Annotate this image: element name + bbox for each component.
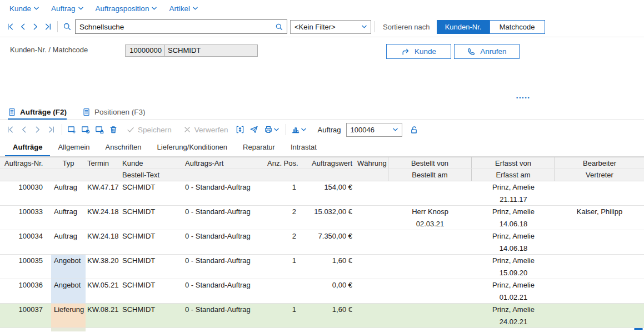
search-box [75,19,287,34]
cell-bestellt [388,279,472,303]
chevron-down-icon [152,7,157,10]
divider [62,124,62,135]
cell-erfasst: Prinz, Amelie01.02.21 [472,279,555,303]
divider [57,21,58,32]
kunde-button[interactable]: Kunde [386,44,451,59]
subtab-auftraege[interactable]: Aufträge [5,139,50,156]
row-details-icon [236,125,244,134]
col-termin[interactable]: Termin [86,157,120,169]
table-row-selected[interactable]: 100037 Lieferung KW.08.21 SCHMIDT 0 - St… [0,304,644,328]
cell-auftrags-art: 0 - Standard-Auftrag [183,181,267,205]
col-erfasst-am[interactable]: Erfasst am [472,169,555,181]
nav-prev-button[interactable] [16,20,29,33]
cell-auftrags-art: 0 - Standard-Auftrag [183,230,267,254]
col-auftrags-art[interactable]: Auftrags-Art [183,157,267,169]
record-nav-next-button[interactable] [31,123,44,136]
cell-kunde: SCHMIDT [120,230,183,254]
table-row[interactable]: 100034 Auftrag KW.24.18 SCHMIDT 0 - Stan… [0,230,644,255]
nav-first-icon [6,125,14,134]
kunden-nr-field[interactable]: 10000000 [125,44,165,57]
delete-record-icon [109,125,118,134]
col-bearbeiter[interactable]: Bearbeiter [555,157,644,169]
menu-kunde[interactable]: Kunde [9,4,39,13]
tab-bar: Aufträge (F2) Positionen (F3) [0,106,644,120]
cell-anz-pos: 1 [267,255,299,279]
anrufen-button[interactable]: Anrufen [454,44,520,59]
record-toolbar: Speichern Verwerfen Auftrag 100046 [0,120,644,139]
refresh-record-icon [81,125,90,134]
refresh-record-button[interactable] [79,123,92,136]
cell-anz-pos: 2 [267,230,299,254]
col-kunde[interactable]: Kunde [120,157,183,169]
scrollbar-thumb[interactable] [634,328,643,330]
col-typ[interactable]: Typ [51,157,86,169]
nav-last-button[interactable] [42,20,54,33]
delete-record-button[interactable] [107,123,119,136]
col-bestellt-am[interactable]: Bestellt am [388,169,472,181]
auftrag-number-select[interactable]: 100046 [346,123,402,137]
nav-next-button[interactable] [29,20,42,33]
cell-erfasst: Prinz, Amelie14.06.18 [472,206,555,230]
table-row[interactable]: 100033 Auftrag KW.24.18 SCHMIDT 0 - Stan… [0,206,644,230]
cell-termin: KW.24.18 [86,206,120,230]
cell-anz-pos: 1 [267,181,299,205]
cell-typ: Angebot [51,279,86,303]
menu-auftragsposition[interactable]: Auftragsposition [96,4,157,13]
cell-bestellt [388,181,472,205]
chevron-down-icon [393,128,398,131]
tab-positionen[interactable]: Positionen (F3) [82,106,146,120]
table-row[interactable]: 100030 Auftrag KW.47.17 SCHMIDT 0 - Stan… [0,181,644,206]
send-button[interactable] [248,123,261,136]
add-record-icon [67,125,76,134]
record-nav-first-button[interactable] [3,123,16,136]
cell-erfasst: Prinz, Amelie21.11.17 [472,181,555,205]
nav-first-button[interactable] [3,20,16,33]
sort-kunden-nr-button[interactable]: Kunden-Nr. [437,20,490,34]
menu-auftrag[interactable]: Auftrag [51,4,83,13]
table-row[interactable]: 100035 Angebot KW.38.20 SCHMIDT 0 - Stan… [0,255,644,279]
cell-termin: KW.47.17 [86,181,120,205]
subtab-allgemein[interactable]: Allgemein [50,139,97,156]
cell-typ: Auftrag [51,230,86,254]
sort-matchcode-button[interactable]: Matchcode [490,20,545,34]
post-record-button[interactable] [93,123,106,136]
add-record-button[interactable] [65,123,78,136]
splitter-grip[interactable]: ••••• [516,95,531,101]
col-waehrung[interactable]: Währung [355,157,388,169]
cell-auftrags-nr: 100036 [0,279,51,303]
subtab-intrastat[interactable]: Intrastat [283,139,325,156]
subtab-anschriften[interactable]: Anschriften [98,139,149,156]
cell-auftragswert: 1,60 € [299,255,355,279]
search-input[interactable] [76,23,275,31]
search-button[interactable] [61,20,73,33]
app-window: Kunde Auftrag Auftragsposition Artikel <… [0,0,644,332]
menubar: Kunde Auftrag Auftragsposition Artikel [0,0,644,17]
discard-button[interactable]: Verwerfen [183,125,228,134]
tab-auftraege[interactable]: Aufträge (F2) [8,106,67,120]
row-details-button[interactable] [234,123,247,136]
chart-menu-button[interactable] [289,123,309,136]
subtab-lieferung-konditionen[interactable]: Lieferung/Konditionen [149,139,236,156]
record-nav-last-button[interactable] [45,123,58,136]
subtab-bar: Aufträge Allgemein Anschriften Lieferung… [0,139,644,157]
menu-artikel[interactable]: Artikel [169,4,198,13]
col-vertreter[interactable]: Vertreter [555,169,644,181]
search-icon [63,22,72,31]
cell-typ: Auftrag [51,181,86,205]
divider [374,21,375,32]
col-auftrags-nr[interactable]: Auftrags-Nr. [0,157,51,169]
col-bestell-text[interactable]: Bestell-Text [120,169,183,181]
col-auftragswert[interactable]: Auftragswert [299,157,355,169]
table-row[interactable]: 100036 Angebot KW.05.21 SCHMIDT 0 - Stan… [0,279,644,304]
subtab-reparatur[interactable]: Reparatur [235,139,283,156]
record-nav-prev-button[interactable] [17,123,30,136]
save-button[interactable]: Speichern [126,125,172,134]
col-bestellt-von[interactable]: Bestellt von [388,157,472,169]
col-anz-pos[interactable]: Anz. Pos. [267,157,299,169]
matchcode-field[interactable]: SCHMIDT [164,44,258,57]
print-menu-button[interactable] [262,123,282,136]
lock-button[interactable] [408,123,421,136]
col-erfasst-von[interactable]: Erfasst von [472,157,555,169]
filter-select[interactable]: <Kein Filter> [290,20,371,34]
nav-next-icon [33,125,42,134]
